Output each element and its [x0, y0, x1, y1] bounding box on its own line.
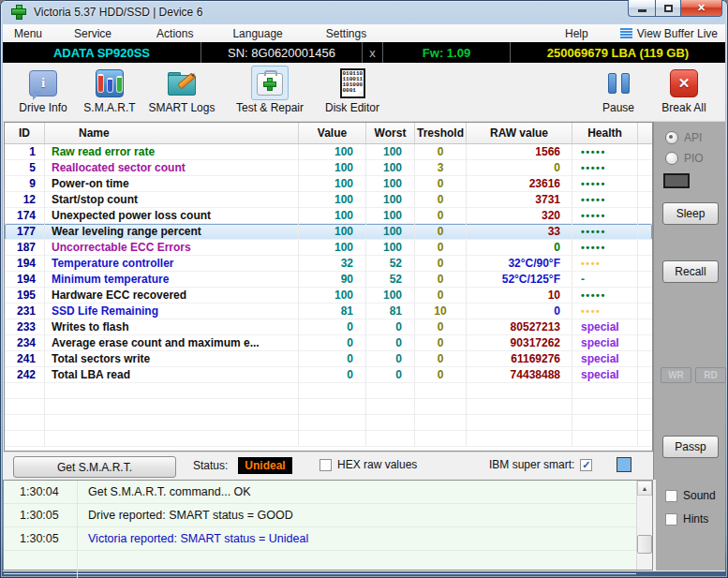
cell-spare	[638, 224, 652, 240]
cell-name: Average erase count and maximum e...	[45, 335, 299, 351]
cell-worst: 100	[366, 208, 415, 224]
table-row-empty	[5, 431, 652, 447]
wr-button[interactable]: WR	[661, 367, 691, 383]
device-model[interactable]: ADATA SP920SS	[3, 42, 201, 63]
column-header[interactable]: Health	[572, 123, 638, 143]
cell-id: 1	[5, 144, 45, 160]
folder-pencil-icon	[168, 72, 196, 95]
log-entry[interactable]: 1:30:04Get S.M.A.R.T. command... OK	[4, 481, 636, 504]
column-header[interactable]: Worst	[366, 123, 415, 143]
menu-item-service[interactable]: Service	[68, 25, 117, 42]
recall-button[interactable]: Recall	[662, 260, 719, 283]
break-all-button[interactable]: ✕ Break All	[651, 66, 717, 118]
drive-info-button[interactable]: i Drive Info	[10, 66, 76, 118]
health-dots-icon: ••••	[581, 305, 601, 317]
table-row[interactable]: 194Temperature controller3252032°C/90°F•…	[5, 256, 652, 272]
column-header[interactable]: Name	[45, 123, 299, 143]
menu-item-help[interactable]: Help	[559, 25, 594, 42]
get-smart-button[interactable]: Get S.M.A.R.T.	[13, 456, 176, 478]
disk-editor-button[interactable]: 010110 110011 101000 0001 Disk Editor	[316, 66, 389, 118]
log-entry-empty	[4, 574, 636, 578]
log-entry[interactable]: 1:30:05Victoria reported: SMART status =…	[4, 527, 636, 551]
hex-raw-values-checkbox[interactable]: HEX raw values	[319, 458, 417, 471]
scrollbar-thumb[interactable]	[637, 535, 652, 554]
cell-spare	[638, 176, 652, 192]
title-bar[interactable]: Victoria 5.37 HDD/SSD | Device 6	[0, 0, 728, 24]
health-dots-icon: •••••	[581, 194, 606, 205]
column-header[interactable]: RAW value	[467, 123, 572, 143]
smart-logs-button[interactable]: SMART Logs	[140, 66, 224, 118]
column-header[interactable]: Treshold	[415, 123, 467, 143]
column-header[interactable]: ID	[5, 123, 45, 143]
cell-value: 100	[299, 192, 366, 208]
disk-editor-label: Disk Editor	[325, 101, 379, 114]
pause-button[interactable]: Pause	[593, 66, 644, 118]
cell-empty	[45, 431, 299, 447]
api-label: API	[684, 131, 702, 144]
cell-empty	[638, 431, 652, 447]
cell-empty	[467, 415, 572, 431]
cell-spare	[638, 319, 652, 335]
log-entry[interactable]: 1:30:05Drive reported: SMART status = GO…	[4, 504, 636, 527]
cell-worst: 100	[366, 192, 415, 208]
test-repair-button[interactable]: Test & Repair	[226, 66, 314, 118]
column-header[interactable]: Value	[299, 123, 366, 143]
table-row[interactable]: 233Writes to flash00080527213special	[5, 319, 652, 335]
ibm-super-smart-checkbox[interactable]: IBM super smart: ✓	[489, 458, 592, 471]
cell-empty	[366, 399, 415, 415]
log-list: 1:30:04Get S.M.A.R.T. command... OK1:30:…	[4, 481, 636, 570]
cell-empty	[638, 399, 652, 415]
log-scrollbar[interactable]: ▲	[636, 481, 652, 570]
smart-color-indicator[interactable]	[617, 457, 631, 472]
cell-spare	[638, 144, 652, 160]
maximize-button[interactable]	[655, 0, 681, 17]
table-row[interactable]: 12Start/stop count10010003731•••••	[5, 192, 652, 208]
cell-spare	[638, 351, 652, 367]
cell-worst: 100	[366, 144, 415, 160]
menu-item-settings[interactable]: Settings	[320, 25, 372, 42]
scroll-up-button[interactable]: ▲	[637, 481, 652, 496]
ibm-super-smart-label: IBM super smart:	[489, 458, 574, 471]
rd-button[interactable]: RD	[695, 367, 726, 383]
table-row[interactable]: 241Total sectors write00061169276special	[5, 351, 652, 367]
log-message: Drive reported: SMART status = GOOD	[78, 509, 293, 522]
cell-treshold: 0	[415, 240, 467, 256]
api-radio[interactable]: API	[665, 131, 702, 144]
break-all-label: Break All	[661, 101, 706, 114]
table-row[interactable]: 174Unexpected power loss count1001000320…	[5, 208, 652, 224]
sleep-button[interactable]: Sleep	[662, 202, 719, 225]
close-button[interactable]: ✕	[681, 0, 722, 17]
cell-empty	[299, 383, 366, 399]
menu-item-menu[interactable]: Menu	[8, 25, 48, 42]
cell-raw: 61169276	[467, 351, 572, 367]
hints-checkbox[interactable]: Hints	[665, 512, 708, 526]
table-row-selected[interactable]: 177Wear leveling range percent100100033•…	[5, 224, 652, 240]
pio-radio[interactable]: PIO	[665, 152, 704, 165]
log-timestamp: 1:30:05	[4, 527, 78, 550]
table-row[interactable]: 195Hardware ECC recovered100100010•••••	[5, 288, 652, 304]
menu-item-actions[interactable]: Actions	[151, 25, 199, 42]
cell-id: 231	[5, 304, 45, 319]
table-row[interactable]: 194Minimum temperature9052052°C/125°F-	[5, 272, 652, 288]
table-row[interactable]: 9Power-on time100100023616•••••	[5, 176, 652, 192]
table-row[interactable]: 231SSD Life Remaining8181100••••	[5, 304, 652, 319]
cell-empty	[572, 399, 638, 415]
smart-tubes-icon	[96, 69, 124, 97]
smart-button[interactable]: S.M.A.R.T	[80, 66, 140, 118]
cell-spare	[638, 272, 652, 288]
cell-empty	[467, 383, 572, 399]
cell-name: Total LBA read	[45, 367, 299, 383]
sound-checkbox[interactable]: Sound	[665, 489, 716, 502]
menu-item-language[interactable]: Language	[227, 25, 288, 42]
passp-button[interactable]: Passp	[662, 436, 719, 458]
cell-id: 187	[5, 240, 45, 256]
table-row[interactable]: 1Raw read error rate10010001566•••••	[5, 144, 652, 160]
minimize-button[interactable]	[628, 0, 655, 17]
device-x-mark[interactable]: x	[363, 42, 383, 63]
table-row[interactable]: 5Reallocated sector count10010030•••••	[5, 160, 652, 176]
drive-info-icon: i	[29, 70, 57, 96]
view-buffer-live-button[interactable]: View Buffer Live	[620, 27, 718, 40]
table-row[interactable]: 187Uncorrectable ECC Errors10010000•••••	[5, 240, 652, 256]
table-row[interactable]: 242Total LBA read00074438488special	[5, 367, 652, 383]
table-row[interactable]: 234Average erase count and maximum e...0…	[5, 335, 652, 351]
